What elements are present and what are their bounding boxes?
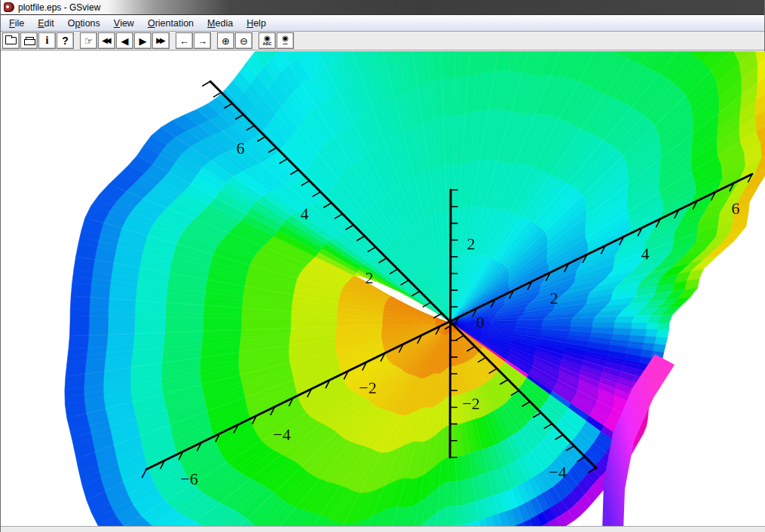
rewind-icon: ◀◀ (104, 37, 109, 44)
pointing-hand-icon: ☞ (84, 36, 93, 46)
axis-upper-right-label-−6: −6 (180, 469, 197, 489)
info-button[interactable]: i (38, 32, 56, 49)
menu-item-edit[interactable]: Edit (31, 15, 61, 31)
menu-item-options[interactable]: Options (61, 15, 107, 31)
axis-upper-right-label-−4: −4 (273, 425, 290, 445)
printer-icon (24, 37, 35, 45)
menu-item-help[interactable]: Help (240, 15, 273, 31)
plot-area: 642−4642−2−4−620−2 (1, 51, 765, 526)
toolbar-group: ⊕⊖ (217, 32, 253, 49)
open-folder-icon (5, 37, 17, 44)
gsview-window: plotfile.eps - GSview FileEditOptionsVie… (0, 0, 765, 532)
zoom-in-button[interactable]: ⊕ (217, 32, 234, 49)
last-page-button[interactable]: ▶▶ (152, 32, 170, 49)
help-button[interactable]: ? (57, 32, 74, 49)
first-page-button[interactable]: ◀◀ (98, 32, 115, 49)
axis-upper-left-label-2: 2 (366, 268, 374, 288)
display-options-button[interactable]: ◉••• (277, 32, 294, 49)
axis-vertical-label-2: 2 (467, 234, 476, 254)
axis-vertical-label-0: 0 (476, 313, 485, 332)
toolbar: i?☞◀◀◀▶▶▶←→⊕⊖◉ABC◉••• (1, 32, 764, 50)
magnifier-plus-icon: ⊕ (222, 36, 230, 46)
print-button[interactable] (20, 32, 38, 49)
axis-upper-right-label-2: 2 (550, 289, 558, 308)
axis-upper-right-label-−2: −2 (359, 378, 376, 398)
toolbar-group: ◉ABC◉••• (259, 32, 295, 49)
prev-icon: ◀ (121, 36, 129, 46)
extract-text-button[interactable]: ◉ABC (259, 32, 276, 49)
fast-forward-icon: ▶▶ (158, 37, 163, 44)
open-file-button[interactable] (2, 32, 20, 49)
goto-page-button[interactable]: ☞ (80, 32, 97, 49)
toolbar-group: ←→ (176, 32, 212, 49)
title-bar[interactable]: plotfile.eps - GSview (1, 0, 764, 15)
magnifier-minus-icon: ⊖ (240, 36, 248, 46)
question-icon: ? (62, 35, 69, 46)
window-title: plotfile.eps - GSview (18, 2, 100, 13)
axis-upper-right-label-4: 4 (641, 244, 650, 264)
back-button[interactable]: ← (176, 32, 193, 49)
axis-vertical-label-−2: −2 (462, 394, 479, 414)
axis-upper-right-label-6: 6 (732, 199, 740, 219)
gsview-ghost-icon (4, 2, 14, 12)
plot-canvas[interactable] (1, 51, 765, 526)
status-bar (1, 526, 765, 532)
menu-item-file[interactable]: File (2, 15, 31, 31)
right-arrow-icon: → (197, 36, 207, 46)
info-icon: i (46, 35, 49, 46)
axis-upper-left-label-−4: −4 (549, 463, 566, 482)
forward-button[interactable]: → (194, 32, 211, 49)
toolbar-group: ☞◀◀◀▶▶▶ (80, 32, 170, 49)
menu-item-view[interactable]: View (107, 15, 141, 31)
toolbar-group: i? (2, 32, 75, 49)
left-arrow-icon: ← (179, 36, 189, 46)
prev-page-button[interactable]: ◀ (116, 32, 133, 49)
next-page-button[interactable]: ▶ (134, 32, 151, 49)
menu-item-media[interactable]: Media (200, 15, 240, 31)
menu-bar: FileEditOptionsViewOrientationMediaHelp (1, 15, 764, 32)
axis-upper-left-label-4: 4 (301, 204, 309, 224)
next-icon: ▶ (139, 36, 147, 46)
zoom-out-button[interactable]: ⊖ (235, 32, 252, 49)
menu-item-orientation[interactable]: Orientation (141, 15, 200, 31)
axis-upper-left-label-6: 6 (237, 139, 245, 158)
